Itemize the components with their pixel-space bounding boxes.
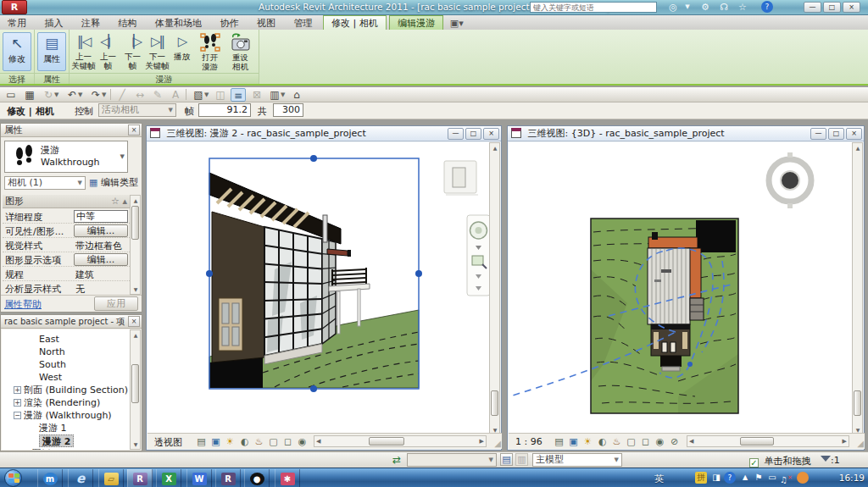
- taskbar-app-revit-viewer[interactable]: R: [215, 469, 241, 487]
- taskbar-app-ie[interactable]: e: [68, 469, 93, 487]
- aligned-dimension-icon[interactable]: ↔: [132, 88, 147, 102]
- tab-annotate[interactable]: 注释: [74, 16, 108, 30]
- property-row[interactable]: 分析显示样式 无: [3, 281, 130, 296]
- tab-modify-cameras[interactable]: 修改 | 相机: [323, 15, 387, 30]
- edit-type-button[interactable]: ▦ 编辑类型: [89, 176, 140, 189]
- apply-button[interactable]: 应用: [94, 296, 138, 311]
- tray-action-center-icon[interactable]: ⚑: [753, 472, 765, 484]
- tray-help-icon[interactable]: ?: [724, 472, 736, 484]
- minimize-button[interactable]: —: [448, 128, 464, 140]
- type-selector[interactable]: 漫游 Walkthrough ▼: [4, 141, 128, 173]
- measure-icon[interactable]: ╱: [114, 88, 130, 102]
- tray-ime-icon[interactable]: 拼: [695, 472, 707, 484]
- scroll-down-icon[interactable]: ▼: [131, 440, 140, 449]
- resize-grip[interactable]: ◢: [857, 439, 864, 448]
- scroll-up-icon[interactable]: ▲: [131, 330, 140, 340]
- section-icon[interactable]: ◫: [213, 88, 228, 102]
- tree-item-east[interactable]: East: [39, 333, 59, 346]
- scroll-up-icon[interactable]: ▲: [131, 196, 140, 205]
- sun-path-icon[interactable]: ☀: [224, 435, 236, 448]
- open-icon[interactable]: ▭: [3, 88, 19, 102]
- switch-windows-dropdown-icon[interactable]: ▼: [281, 91, 285, 98]
- property-row[interactable]: 视觉样式 带边框着色: [3, 238, 130, 252]
- worksets-icon[interactable]: ⇄: [392, 454, 401, 466]
- tab-structure[interactable]: 结构: [111, 16, 145, 30]
- thin-lines-icon[interactable]: ≡: [231, 88, 246, 102]
- infocenter-search-input[interactable]: [530, 2, 657, 13]
- close-button[interactable]: ×: [846, 128, 862, 140]
- tab-edit-walkthrough[interactable]: 编辑漫游: [389, 15, 443, 30]
- taskbar-app-media[interactable]: ✱: [275, 469, 300, 487]
- scrollbar-thumb[interactable]: [740, 437, 774, 445]
- search-dropdown-icon[interactable]: ▼: [681, 1, 694, 14]
- taskbar-clock[interactable]: 16:19: [839, 473, 865, 483]
- viewcube[interactable]: [769, 152, 811, 208]
- scroll-down-icon[interactable]: ▼: [131, 285, 140, 294]
- property-row[interactable]: 规程 建筑: [3, 267, 130, 281]
- unlock-view-icon[interactable]: ⊘: [668, 435, 681, 448]
- tab-collaborate[interactable]: 协作: [213, 16, 247, 30]
- scroll-right-icon[interactable]: ▶: [480, 438, 484, 445]
- redo-dropdown-icon[interactable]: ▼: [102, 91, 106, 98]
- walkthrough-canvas[interactable]: [147, 142, 490, 435]
- collapse-icon[interactable]: ☆ ▴: [111, 195, 127, 208]
- restore-button[interactable]: □: [465, 128, 481, 140]
- scroll-up-icon[interactable]: ▲: [854, 143, 862, 152]
- tab-massing-site[interactable]: 体量和场地: [147, 16, 209, 30]
- scale-label[interactable]: 透视图: [154, 436, 182, 449]
- shadows-icon[interactable]: ◐: [238, 435, 251, 448]
- total-frames-input[interactable]: 300: [273, 103, 303, 117]
- tag-icon[interactable]: ✎: [150, 88, 165, 102]
- shadows-icon[interactable]: ◐: [596, 435, 609, 448]
- detail-level-icon[interactable]: ▤: [195, 435, 208, 448]
- visual-style-icon[interactable]: ▣: [209, 435, 222, 448]
- tab-manage[interactable]: 管理: [287, 16, 320, 30]
- restore-button[interactable]: □: [828, 128, 844, 140]
- undo-dropdown-icon[interactable]: ▼: [78, 91, 82, 98]
- property-row[interactable]: 图形显示选项 编辑...: [3, 252, 130, 267]
- tree-item-rendering[interactable]: +渲染 (Rendering): [14, 396, 100, 409]
- browser-scrollbar[interactable]: ▲ ▼: [130, 329, 141, 450]
- visual-style-icon[interactable]: ▣: [567, 435, 580, 448]
- rendering-dialog-icon[interactable]: ♨: [610, 435, 623, 448]
- text-icon[interactable]: A: [168, 88, 183, 102]
- minimize-button[interactable]: —: [804, 2, 821, 13]
- save-icon[interactable]: ▦: [22, 88, 37, 102]
- close-hidden-windows-icon[interactable]: ⊠: [249, 88, 264, 102]
- tab-home[interactable]: 常用: [0, 16, 34, 30]
- editing-requests-icon[interactable]: ▥: [515, 453, 528, 466]
- taskbar-app-word[interactable]: W: [186, 469, 212, 487]
- start-button[interactable]: [4, 469, 22, 487]
- scroll-up-icon[interactable]: ▲: [491, 143, 499, 152]
- detail-level-icon[interactable]: ▤: [553, 435, 565, 448]
- tree-item-walkthrough-2[interactable]: 漫游 2: [39, 434, 74, 447]
- search-icon[interactable]: ◎: [666, 1, 680, 14]
- graphics-group-header[interactable]: 图形 ☆ ▴: [3, 195, 130, 208]
- qat-customize-icon[interactable]: ⌂: [289, 88, 304, 102]
- tree-item-legends[interactable]: + ▤ 图例: [7, 447, 50, 450]
- horizontal-scrollbar[interactable]: ◀ ▶: [687, 435, 849, 447]
- detail-level-dropdown[interactable]: 中等: [74, 210, 128, 223]
- restore-button[interactable]: □: [823, 2, 841, 13]
- reveal-hidden-icon[interactable]: ◉: [654, 435, 666, 448]
- properties-help-link[interactable]: 属性帮助: [4, 298, 42, 311]
- modify-button[interactable]: ↖ 修改: [3, 32, 31, 71]
- taskbar-app-revit[interactable]: R: [127, 469, 153, 487]
- navigation-bar[interactable]: [467, 215, 490, 296]
- close-icon[interactable]: ×: [128, 125, 140, 136]
- tree-item-south[interactable]: South: [39, 358, 66, 371]
- tray-volume-muted-icon[interactable]: ♫✕: [780, 472, 792, 484]
- crop-view-icon[interactable]: ▢: [625, 435, 637, 448]
- taskbar-app-excel[interactable]: X: [156, 469, 181, 487]
- visibility-edit-button[interactable]: 编辑...: [74, 224, 128, 237]
- tree-item-west[interactable]: West: [39, 371, 62, 384]
- property-row[interactable]: 可见性/图形... 编辑...: [3, 224, 130, 238]
- properties-scrollbar[interactable]: ▲ ▼: [130, 195, 141, 295]
- sun-path-icon[interactable]: ☀: [581, 435, 594, 448]
- scale-label[interactable]: 1 : 96: [515, 436, 542, 447]
- scrollbar-thumb[interactable]: [369, 437, 404, 445]
- taskbar-app-qq[interactable]: ●: [244, 469, 270, 487]
- site-canvas[interactable]: [509, 142, 853, 435]
- worksets-select[interactable]: ▼: [407, 453, 497, 467]
- tray-network-icon[interactable]: ▭: [766, 472, 778, 484]
